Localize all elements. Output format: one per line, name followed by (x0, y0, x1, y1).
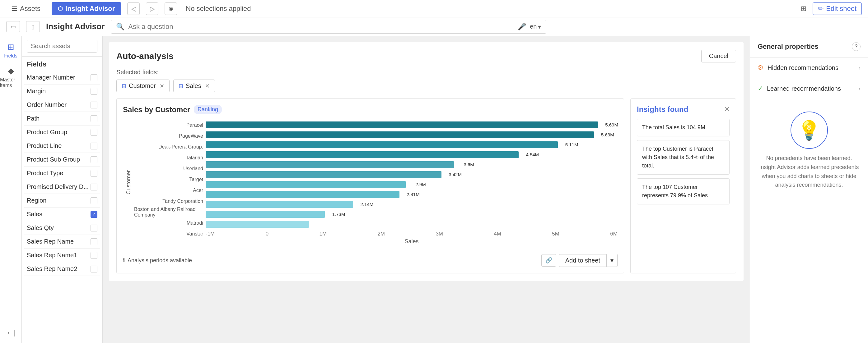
field-checkbox[interactable] (91, 183, 97, 191)
field-checkbox[interactable] (91, 170, 97, 177)
y-axis-label: Target (134, 175, 206, 184)
sidebar-item-fields[interactable]: ⊞ Fields (4, 42, 18, 59)
field-list-item[interactable]: Sales✓ (24, 208, 100, 221)
help-btn[interactable]: ? (852, 42, 861, 51)
question-search-bar[interactable]: 🔍 🎤 en ▾ (111, 20, 546, 34)
field-checkbox[interactable] (91, 115, 97, 122)
lightbulb-area: 💡 No precedents have been learned. Insig… (750, 99, 868, 197)
mic-icon[interactable]: 🎤 (518, 23, 526, 31)
selected-fields-label: Selected fields: (116, 69, 736, 76)
field-list-item[interactable]: Product Type (24, 167, 100, 180)
bar-row: 5.69M (206, 120, 618, 129)
search-input[interactable] (128, 23, 514, 31)
field-checkbox[interactable] (91, 102, 97, 108)
field-checkbox[interactable] (91, 129, 97, 136)
fields-panel: Fields Manager NumberMarginOrder NumberP… (22, 36, 103, 343)
clear-selections-btn[interactable]: ⊗ (164, 2, 177, 15)
field-checkbox[interactable] (91, 156, 97, 163)
ranking-badge: Ranking (194, 105, 222, 114)
bar[interactable] (206, 221, 309, 228)
lang-select[interactable]: en ▾ (530, 23, 541, 30)
fields-panel-header: Fields (22, 57, 102, 71)
field-list-item[interactable]: Promised Delivery D... (24, 180, 100, 194)
x-axis-label: -1M (206, 231, 215, 237)
selection-forward-btn[interactable]: ▷ (146, 2, 158, 15)
field-list-item[interactable]: Order Number (24, 98, 100, 112)
bar[interactable]: 5.69M (206, 122, 598, 128)
field-list-item[interactable]: Product Line (24, 139, 100, 153)
field-item-name: Order Number (27, 101, 67, 108)
field-list-item[interactable]: Manager Number (24, 71, 100, 84)
field-list-item[interactable]: Product Sub Group (24, 153, 100, 167)
top-nav: ☰ Assets ⬡ Insight Advisor ◁ ▷ ⊗ No sele… (0, 0, 868, 18)
insight-advisor-nav-item[interactable]: ⬡ Insight Advisor (52, 2, 121, 15)
panel-toggle-1[interactable]: ▭ (6, 21, 20, 32)
field-list-item[interactable]: Margin (24, 84, 100, 98)
lightbulb-icon: 💡 (797, 119, 821, 141)
field-tag-remove-btn[interactable]: ✕ (205, 83, 210, 90)
chart-title: Sales by Customer (123, 105, 190, 114)
field-tag-remove-btn[interactable]: ✕ (160, 83, 164, 90)
bar-row: 5.63M (206, 130, 618, 139)
y-axis-label: Matradi (134, 218, 206, 228)
assets-nav-item[interactable]: ☰ Assets (6, 5, 45, 13)
insights-close-btn[interactable]: ✕ (724, 105, 730, 113)
bar[interactable]: 5.11M (206, 141, 558, 148)
assets-label: Assets (20, 5, 40, 13)
auto-analysis-panel: Auto-analysis Cancel Selected fields: ⊞ … (109, 42, 744, 281)
fields-search-input[interactable] (27, 40, 97, 53)
edit-sheet-btn[interactable]: ✏ Edit sheet (813, 2, 862, 15)
right-panel-item-label: Learned recommendations (767, 85, 841, 92)
field-checkbox[interactable] (91, 252, 97, 259)
bar[interactable]: 1.73M (206, 211, 325, 218)
bar-row: 3.6M (206, 160, 618, 169)
field-checkbox[interactable] (91, 266, 97, 272)
analysis-period[interactable]: ℹ Analysis periods available (123, 257, 192, 264)
field-list-item[interactable]: Product Group (24, 126, 100, 139)
add-to-sheet-btn[interactable]: Add to sheet ▾ (559, 254, 618, 267)
field-tag-name: Customer (129, 82, 156, 90)
field-list-item[interactable]: Path (24, 112, 100, 126)
analysis-period-label: Analysis periods available (128, 257, 192, 264)
bar[interactable]: 3.6M (206, 161, 454, 168)
right-panel-item[interactable]: ✓ Learned recommendations › (750, 78, 868, 99)
bar[interactable]: 3.42M (206, 171, 441, 178)
sidebar-collapse-btn[interactable]: ←| (6, 329, 15, 337)
share-btn[interactable]: 🔗 (541, 254, 556, 267)
selection-back-btn[interactable]: ◁ (127, 2, 140, 15)
grid-view-btn[interactable]: ⊞ (801, 5, 806, 13)
field-checkbox[interactable] (91, 238, 97, 245)
field-checkbox[interactable] (91, 225, 97, 232)
bar[interactable]: 2.81M (206, 191, 400, 198)
bar[interactable]: 4.54M (206, 151, 519, 158)
bar[interactable]: 5.63M (206, 131, 594, 138)
field-checkbox[interactable] (91, 74, 97, 81)
x-axis-label: 1M (319, 231, 327, 237)
field-list-item[interactable]: Sales Qty (24, 221, 100, 235)
field-checkbox[interactable] (91, 197, 97, 204)
selected-field-tag: ⊞ Sales ✕ (173, 79, 215, 92)
y-axis-title: Customer (125, 170, 132, 195)
field-list-item[interactable]: Sales Rep Name1 (24, 248, 100, 262)
cancel-button[interactable]: Cancel (701, 50, 736, 63)
field-list-item[interactable]: Sales Rep Name (24, 235, 100, 248)
field-item-name: Product Type (27, 170, 63, 177)
chart-footer: ℹ Analysis periods available 🔗 Add to sh… (123, 250, 618, 267)
field-item-name: Promised Delivery D... (27, 183, 89, 191)
panel-toggle-2[interactable]: ▯ (26, 21, 40, 32)
x-axis-label: 6M (610, 231, 618, 237)
right-panel-item[interactable]: ⚙ Hidden recommendations › (750, 58, 868, 78)
assets-icon: ☰ (11, 5, 18, 13)
sidebar-item-master[interactable]: ◆ Master items (0, 66, 22, 88)
bar-row: 2.9M (206, 180, 618, 189)
bar[interactable]: 2.9M (206, 181, 406, 188)
insight-advisor-nav-icon: ⬡ (58, 5, 63, 12)
field-checkbox[interactable] (91, 88, 97, 95)
field-list-item[interactable]: Sales Rep Name2 (24, 262, 100, 276)
bar-value-label: 1.73M (332, 212, 345, 217)
main-content: Auto-analysis Cancel Selected fields: ⊞ … (103, 36, 750, 343)
field-checkbox[interactable] (91, 143, 97, 149)
bar[interactable]: 2.14M (206, 201, 353, 208)
field-checkbox[interactable]: ✓ (91, 211, 97, 218)
field-list-item[interactable]: Region (24, 194, 100, 208)
